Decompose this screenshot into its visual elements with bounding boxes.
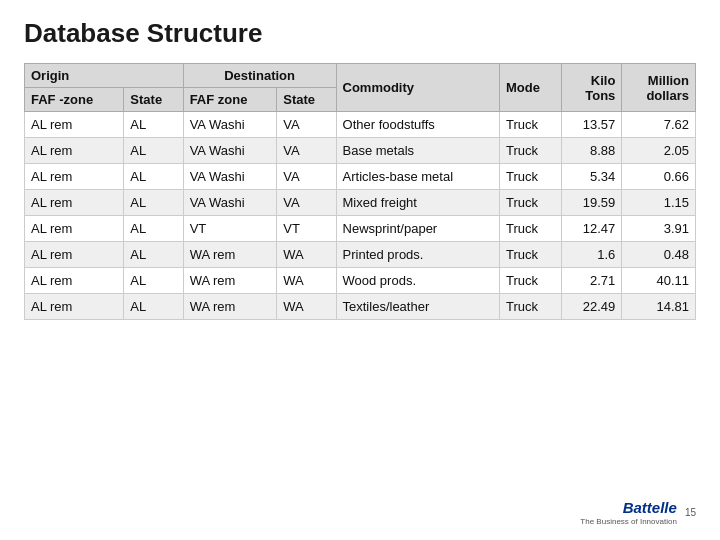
million-dollars-header: Milliondollars [622, 64, 696, 112]
origin-zone-cell: AL rem [25, 190, 124, 216]
page-number: 15 [685, 507, 696, 518]
origin-zone-cell: AL rem [25, 138, 124, 164]
million-dollars-cell: 40.11 [622, 268, 696, 294]
table-wrapper: Origin Destination Commodity Mode KiloTo… [24, 63, 696, 493]
million-dollars-cell: 7.62 [622, 112, 696, 138]
dest-state-cell: VA [277, 112, 336, 138]
origin-zone-cell: AL rem [25, 112, 124, 138]
mode-cell: Truck [499, 138, 561, 164]
commodity-cell: Articles-base metal [336, 164, 499, 190]
kilo-tons-header: KiloTons [562, 64, 622, 112]
table-row: AL remALWA remWATextiles/leatherTruck22.… [25, 294, 696, 320]
dest-zone-cell: WA rem [183, 294, 277, 320]
footer: Battelle The Business of Innovation 15 [24, 499, 696, 526]
origin-state-cell: AL [124, 294, 183, 320]
mode-cell: Truck [499, 216, 561, 242]
page-title: Database Structure [24, 18, 696, 49]
origin-state-cell: AL [124, 242, 183, 268]
data-table: Origin Destination Commodity Mode KiloTo… [24, 63, 696, 320]
table-row: AL remALWA remWAPrinted prods.Truck1.60.… [25, 242, 696, 268]
battelle-name: Battelle [623, 499, 677, 516]
million-dollars-cell: 0.48 [622, 242, 696, 268]
dest-zone-cell: VA Washi [183, 190, 277, 216]
faf-zone-dest-header: FAF zone [183, 88, 277, 112]
origin-zone-cell: AL rem [25, 216, 124, 242]
kilo-tons-cell: 19.59 [562, 190, 622, 216]
kilo-tons-cell: 13.57 [562, 112, 622, 138]
million-dollars-cell: 3.91 [622, 216, 696, 242]
dest-zone-cell: WA rem [183, 268, 277, 294]
origin-header: Origin [25, 64, 184, 88]
dest-state-cell: WA [277, 294, 336, 320]
dest-zone-cell: VA Washi [183, 164, 277, 190]
mode-cell: Truck [499, 294, 561, 320]
state-origin-header: State [124, 88, 183, 112]
origin-zone-cell: AL rem [25, 242, 124, 268]
dest-zone-cell: VA Washi [183, 112, 277, 138]
commodity-cell: Mixed freight [336, 190, 499, 216]
million-dollars-cell: 2.05 [622, 138, 696, 164]
dest-zone-cell: VT [183, 216, 277, 242]
dest-state-cell: VA [277, 138, 336, 164]
origin-state-cell: AL [124, 216, 183, 242]
kilo-tons-cell: 1.6 [562, 242, 622, 268]
commodity-cell: Wood prods. [336, 268, 499, 294]
commodity-cell: Printed prods. [336, 242, 499, 268]
battelle-logo: Battelle The Business of Innovation [580, 499, 677, 526]
table-row: AL remALVTVTNewsprint/paperTruck12.473.9… [25, 216, 696, 242]
origin-state-cell: AL [124, 268, 183, 294]
mode-cell: Truck [499, 190, 561, 216]
mode-cell: Truck [499, 164, 561, 190]
million-dollars-cell: 1.15 [622, 190, 696, 216]
kilo-tons-cell: 2.71 [562, 268, 622, 294]
mode-header: Mode [499, 64, 561, 112]
kilo-tons-cell: 5.34 [562, 164, 622, 190]
commodity-cell: Textiles/leather [336, 294, 499, 320]
origin-state-cell: AL [124, 190, 183, 216]
kilo-tons-cell: 22.49 [562, 294, 622, 320]
destination-header: Destination [183, 64, 336, 88]
origin-zone-cell: AL rem [25, 294, 124, 320]
dest-state-cell: VA [277, 164, 336, 190]
million-dollars-cell: 0.66 [622, 164, 696, 190]
dest-state-cell: VA [277, 190, 336, 216]
origin-state-cell: AL [124, 138, 183, 164]
dest-zone-cell: WA rem [183, 242, 277, 268]
table-row: AL remALVA WashiVAOther foodstuffsTruck1… [25, 112, 696, 138]
table-row: AL remALVA WashiVAArticles-base metalTru… [25, 164, 696, 190]
commodity-cell: Newsprint/paper [336, 216, 499, 242]
table-row: AL remALVA WashiVABase metalsTruck8.882.… [25, 138, 696, 164]
origin-state-cell: AL [124, 112, 183, 138]
commodity-cell: Other foodstuffs [336, 112, 499, 138]
million-dollars-cell: 14.81 [622, 294, 696, 320]
mode-cell: Truck [499, 242, 561, 268]
page: Database Structure Origin Destination Co… [0, 0, 720, 540]
commodity-header: Commodity [336, 64, 499, 112]
dest-state-cell: WA [277, 242, 336, 268]
kilo-tons-cell: 8.88 [562, 138, 622, 164]
battelle-tagline: The Business of Innovation [580, 517, 677, 526]
dest-state-cell: VT [277, 216, 336, 242]
state-dest-header: State [277, 88, 336, 112]
table-row: AL remALWA remWAWood prods.Truck2.7140.1… [25, 268, 696, 294]
commodity-cell: Base metals [336, 138, 499, 164]
table-row: AL remALVA WashiVAMixed freightTruck19.5… [25, 190, 696, 216]
kilo-tons-cell: 12.47 [562, 216, 622, 242]
mode-cell: Truck [499, 112, 561, 138]
origin-state-cell: AL [124, 164, 183, 190]
dest-zone-cell: VA Washi [183, 138, 277, 164]
dest-state-cell: WA [277, 268, 336, 294]
mode-cell: Truck [499, 268, 561, 294]
origin-zone-cell: AL rem [25, 268, 124, 294]
faf-zone-origin-header: FAF -zone [25, 88, 124, 112]
origin-zone-cell: AL rem [25, 164, 124, 190]
